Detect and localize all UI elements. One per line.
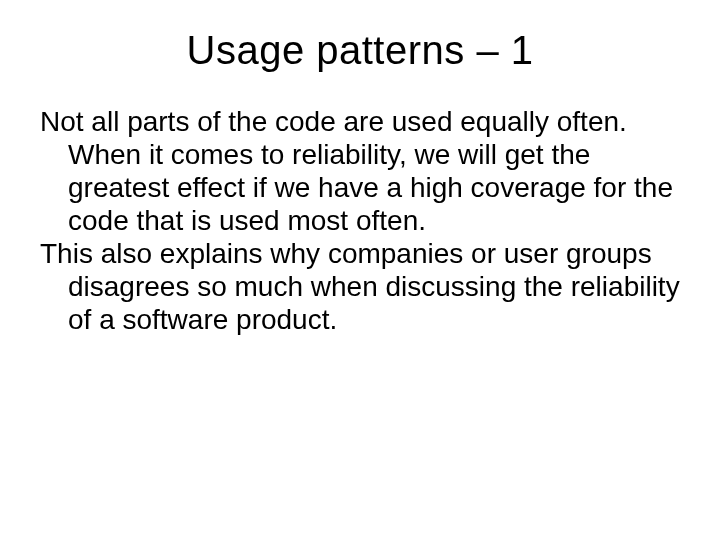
slide-title: Usage patterns – 1 xyxy=(40,28,680,73)
slide: Usage patterns – 1 Not all parts of the … xyxy=(0,0,720,540)
slide-body: Not all parts of the code are used equal… xyxy=(40,105,680,336)
body-paragraph: This also explains why companies or user… xyxy=(40,237,680,336)
body-paragraph: Not all parts of the code are used equal… xyxy=(40,105,680,237)
